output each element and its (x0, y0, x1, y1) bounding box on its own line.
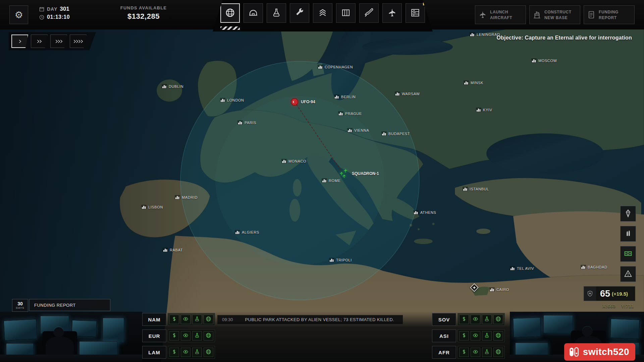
funding-days-label: DAYS (16, 307, 24, 309)
city-marker-berlin[interactable]: BERLIN (334, 95, 356, 99)
city-label: CAIRO (496, 288, 509, 292)
region-funding-button[interactable] (459, 348, 469, 357)
tab-aircraft[interactable] (382, 3, 402, 23)
city-marker-dublin[interactable]: DUBLIN (162, 84, 183, 88)
city-marker-rabat[interactable]: RABAT (163, 248, 183, 252)
region-funding-button[interactable] (169, 331, 179, 341)
operator-silhouette (46, 337, 74, 356)
region-science-button[interactable] (482, 315, 492, 324)
region-science-button[interactable] (192, 348, 202, 357)
region-funding-button[interactable] (169, 315, 179, 324)
city-marker-istanbul[interactable]: ISTANBUL (463, 187, 489, 191)
ticker-message: PUBLIC PARK ATTACKED BY ALIEN VESSEL; 73… (245, 317, 394, 322)
city-marker-cairo[interactable]: CAIRO (489, 287, 509, 292)
settings-button[interactable]: ⚙ (9, 5, 28, 24)
city-marker-baghdad[interactable]: BAGHDAD (581, 265, 607, 269)
city-label: LISBON (148, 205, 163, 209)
squadron-marker[interactable]: SQUADRON-1 (339, 168, 379, 179)
city-icon (338, 111, 343, 116)
city-marker-lisbon[interactable]: LISBON (141, 205, 163, 209)
console-screen (543, 315, 573, 333)
city-marker-leningrad[interactable]: LENINGRAD (470, 32, 500, 37)
region-relations-button[interactable] (493, 331, 503, 341)
region-science-button[interactable] (192, 315, 202, 324)
speed-faster-button[interactable] (50, 35, 67, 48)
tab-engineering[interactable] (290, 3, 309, 23)
launch-aircraft-button[interactable]: LAUNCHAIRCRAFT (475, 5, 526, 24)
shield-icon (584, 287, 596, 301)
region-funding-button[interactable] (169, 348, 179, 357)
city-marker-madrid[interactable]: MADRID (175, 195, 198, 199)
city-label: BAGHDAD (588, 265, 607, 269)
region-label: NAM (142, 313, 166, 326)
funding-days-value: 30 (17, 301, 23, 306)
region-science-button[interactable] (482, 331, 492, 341)
tab-armory[interactable] (359, 3, 379, 23)
region-relations-button[interactable] (493, 348, 503, 357)
city-marker-copenhagen[interactable]: COPENHAGEN (318, 65, 353, 69)
funding-report-button[interactable]: FUNDING REPORT (29, 299, 110, 311)
tab-base[interactable] (244, 3, 263, 23)
speed-fast-button[interactable] (31, 35, 48, 48)
tab-geoscape[interactable] (220, 3, 240, 23)
region-science-button[interactable] (482, 348, 492, 357)
finances-button[interactable] (620, 246, 636, 262)
operator-head (582, 326, 592, 337)
region-intel-button[interactable] (181, 315, 191, 324)
city-marker-minsk[interactable]: MINSK (464, 80, 483, 85)
region-science-button[interactable] (192, 331, 202, 341)
city-marker-monaco[interactable]: MONACO (281, 159, 306, 163)
region-intel-button[interactable] (471, 348, 480, 357)
city-label: PARIS (245, 121, 256, 125)
player-base-marker[interactable] (469, 283, 479, 293)
region-intel-button[interactable] (471, 331, 480, 341)
speed-fastest-button[interactable] (70, 35, 87, 48)
region-relations-button[interactable] (204, 348, 213, 357)
city-icon (237, 120, 243, 125)
funding-icon (461, 333, 467, 339)
city-marker-vienna[interactable]: VIENNA (347, 128, 369, 132)
city-marker-moscow[interactable]: MOSCOW (531, 58, 557, 63)
tab-equipment[interactable] (336, 3, 356, 23)
city-icon (464, 80, 469, 85)
intel-icon (473, 349, 478, 356)
resources-button[interactable] (620, 206, 636, 222)
alerts-button[interactable] (620, 266, 636, 282)
city-icon (318, 65, 323, 69)
jet-icon (475, 10, 490, 19)
region-relations-button[interactable] (204, 331, 213, 341)
munitions-button[interactable] (620, 226, 636, 242)
city-marker-athens[interactable]: ATHENS (413, 210, 436, 215)
city-marker-london[interactable]: LONDON (220, 98, 244, 102)
construct-new-base-button[interactable]: CONSTRUCTNEW BASE (529, 5, 580, 24)
city-marker-tel-aviv[interactable]: TEL AVIV (510, 266, 534, 270)
city-marker-paris[interactable]: PARIS (237, 120, 256, 125)
city-marker-warsaw[interactable]: WARSAW (395, 92, 420, 96)
region-panel-sov: SOV (432, 313, 505, 326)
tab-personnel[interactable] (313, 3, 332, 23)
funding-report-button[interactable]: FUNDINGREPORT (584, 5, 635, 24)
city-marker-algiers[interactable]: ALGIERS (235, 230, 259, 234)
city-marker-rome[interactable]: ROME (322, 178, 340, 183)
region-intel-button[interactable] (471, 315, 480, 324)
region-funding-button[interactable] (459, 331, 469, 341)
region-relations-button[interactable] (204, 315, 213, 324)
tab-research[interactable] (267, 3, 286, 23)
region-icon-group (168, 313, 215, 326)
flask-icon (271, 8, 281, 19)
region-intel-button[interactable] (181, 331, 191, 341)
region-funding-button[interactable] (459, 315, 469, 324)
city-marker-prague[interactable]: PRAGUE (338, 111, 362, 116)
region-intel-button[interactable] (181, 348, 191, 357)
ufo-contact-marker[interactable]: UFO-94 (290, 98, 315, 106)
objective-text: Objective: Capture an Eternal alive for … (496, 35, 632, 41)
speed-normal-button[interactable] (11, 35, 28, 48)
city-label: TRIPOLI (336, 258, 352, 262)
region-relations-button[interactable] (493, 315, 503, 324)
city-marker-budapest[interactable]: BUDAPEST (381, 131, 410, 136)
city-marker-kyiv[interactable]: KYIV (476, 108, 492, 112)
city-marker-tripoli[interactable]: TRIPOLI (329, 258, 352, 262)
alert-icon (624, 269, 632, 279)
tab-stores[interactable] (406, 3, 425, 23)
operator-console-left (0, 312, 142, 362)
